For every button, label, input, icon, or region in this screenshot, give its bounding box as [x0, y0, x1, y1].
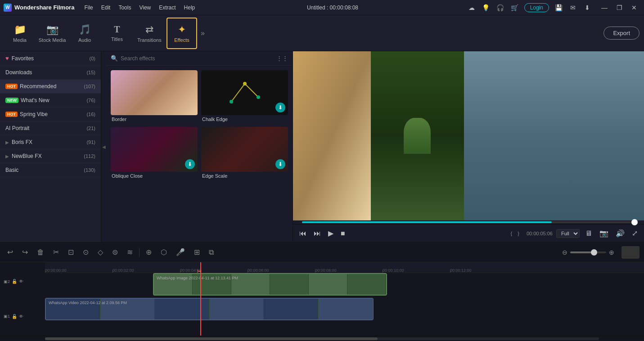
playhead[interactable]: ✂	[200, 262, 201, 336]
logo-icon: W	[4, 4, 12, 12]
screen-icon[interactable]: 🖥	[583, 229, 594, 238]
cloud-icon[interactable]: ☁	[467, 3, 477, 13]
camera-icon[interactable]: 📷	[598, 228, 610, 238]
download-icon[interactable]: ⬇	[582, 3, 592, 13]
minimize-button[interactable]: —	[598, 4, 611, 11]
toolbar-effects-label: Effects	[174, 37, 189, 43]
redo-button[interactable]: ↪	[19, 247, 31, 257]
shield-button[interactable]: ⬡	[158, 247, 170, 257]
download-chalk-icon[interactable]: ⬇	[275, 103, 285, 112]
panel-item-newblue-fx[interactable]: ▶ NewBlue FX (112)	[0, 149, 101, 163]
quality-select[interactable]: Full	[556, 229, 580, 238]
lock-icon-2[interactable]: 🔓	[12, 279, 17, 284]
panel-item-recommended[interactable]: HOT Recommended (107)	[0, 80, 101, 94]
effect-card-edge-scale[interactable]: ⬇ Edge Scale	[201, 127, 288, 180]
cart-icon[interactable]: 🛒	[510, 3, 520, 13]
effect-card-oblique[interactable]: ⬇ Oblique Close	[111, 127, 198, 180]
search-input[interactable]	[121, 55, 274, 62]
toolbar-transitions[interactable]: ⇄ Transitions	[134, 18, 165, 49]
panel-item-downloads[interactable]: Downloads (15)	[0, 66, 101, 80]
volume-icon[interactable]: 🔊	[614, 228, 626, 238]
ruler-tick-2: 00:00:02:00	[113, 268, 134, 273]
timeline-view-toggle[interactable]	[621, 246, 639, 259]
mail-icon[interactable]: ✉	[568, 3, 578, 13]
menu-view[interactable]: View	[135, 4, 154, 12]
toolbar-effects[interactable]: ✦ Effects	[167, 18, 197, 49]
preview-progress-bar[interactable]	[302, 221, 635, 223]
download-oblique-icon[interactable]: ⬇	[185, 159, 195, 169]
pip-button[interactable]: ⧉	[206, 247, 216, 257]
track-1-number: ▣1	[4, 314, 10, 319]
toolbar-stock-media[interactable]: 📷 Stock Media	[37, 18, 68, 49]
zoom-in-icon[interactable]: ⊕	[609, 249, 614, 256]
panel-collapse-btn[interactable]: ◀	[101, 51, 106, 242]
panel-item-whats-new[interactable]: NEW What's New (76)	[0, 94, 101, 108]
menu-edit[interactable]: Edit	[98, 4, 114, 12]
eye-icon-1[interactable]: 👁	[19, 314, 23, 319]
toolbar-audio-label: Audio	[78, 37, 91, 43]
close-button[interactable]: ✕	[628, 4, 640, 11]
menu-help[interactable]: Help	[180, 4, 199, 12]
snap-button[interactable]: ⊕	[143, 247, 154, 257]
image-track[interactable]: WhatsApp Image 2022-04-11 at 12.13.41 PM	[153, 273, 387, 296]
scroll-thumb[interactable]	[45, 337, 378, 340]
keyframe-button[interactable]: ◇	[95, 247, 106, 257]
step-back-button[interactable]: ⏭	[312, 229, 323, 238]
ruler-tick-0: 00:00:00:00	[45, 268, 67, 273]
cut-button[interactable]: ✂	[50, 247, 62, 257]
effect-card-border[interactable]: Border	[111, 70, 198, 123]
svg-line-0	[231, 84, 245, 102]
zoom-out-icon[interactable]: ⊖	[562, 249, 567, 256]
preview-right-scene	[464, 51, 644, 220]
undo-button[interactable]: ↩	[5, 247, 16, 257]
toolbar-more-arrow[interactable]: »	[199, 29, 207, 37]
crop-button[interactable]: ⊡	[65, 247, 77, 257]
panel-item-spring-vibe[interactable]: HOT Spring Vibe (16)	[0, 108, 101, 121]
layers-button[interactable]: ⊞	[191, 247, 203, 257]
effect-card-chalk-edge[interactable]: ⬇ Chalk Edge	[201, 70, 288, 123]
preview-display	[293, 51, 644, 220]
panel-item-basic[interactable]: Basic (130)	[0, 163, 101, 177]
toolbar-audio[interactable]: 🎵 Audio	[69, 18, 100, 49]
media-icon: 📁	[14, 24, 26, 36]
download-edge-icon[interactable]: ⬇	[275, 159, 285, 169]
headphone-icon[interactable]: 🎧	[495, 3, 505, 13]
fullscreen-icon[interactable]: ⤢	[630, 228, 639, 238]
newblue-fx-count: (112)	[84, 153, 95, 159]
zoom-track[interactable]	[570, 251, 606, 253]
rotate-button[interactable]: ⊙	[80, 247, 91, 257]
image-track-label: WhatsApp Image 2022-04-11 at 12.13.41 PM	[155, 275, 387, 281]
export-button[interactable]: Export	[603, 27, 639, 40]
collapse-arrow-icon: ◀	[102, 144, 106, 149]
panel-item-favorites[interactable]: ♥ Favorites (0)	[0, 51, 101, 66]
menu-extract[interactable]: Extract	[155, 4, 179, 12]
left-panel: ♥ Favorites (0) Downloads (15) HOT Recom…	[0, 51, 101, 242]
bulb-icon[interactable]: 💡	[481, 3, 491, 13]
toolbar-media[interactable]: 📁 Media	[5, 18, 35, 49]
svg-line-1	[245, 84, 258, 97]
bracket-right-icon: }	[518, 231, 519, 236]
stop-button[interactable]: ■	[339, 229, 347, 238]
mic-button[interactable]: 🎤	[173, 247, 188, 257]
lock-icon-1[interactable]: 🔓	[12, 314, 17, 319]
eye-icon-2[interactable]: 👁	[19, 279, 23, 284]
menu-file[interactable]: File	[81, 4, 96, 12]
preview-left-scene	[293, 51, 371, 220]
save-icon[interactable]: 💾	[554, 3, 563, 13]
audio-mix-button[interactable]: ⊜	[109, 247, 121, 257]
whats-new-label: What's New	[21, 97, 86, 103]
maximize-button[interactable]: ❐	[613, 4, 626, 11]
panel-item-boris-fx[interactable]: ▶ Boris FX (91)	[0, 135, 101, 149]
video-track[interactable]: WhatsApp Video 2022-04-12 at 2.09.56 PM	[45, 298, 374, 320]
waveform-button[interactable]: ≋	[124, 247, 135, 257]
skip-back-button[interactable]: ⏮	[297, 229, 308, 238]
play-button[interactable]: ▶	[326, 228, 335, 238]
grid-view-icon[interactable]: ⋮⋮	[276, 55, 288, 62]
toolbar-titles[interactable]: T Titles	[102, 18, 132, 49]
panel-item-ai-portrait[interactable]: AI Portrait (21)	[0, 121, 101, 135]
horizontal-scrollbar[interactable]	[0, 336, 644, 341]
scroll-track[interactable]	[45, 337, 599, 340]
delete-button[interactable]: 🗑	[34, 247, 47, 257]
login-button[interactable]: Login	[524, 3, 549, 12]
menu-tools[interactable]: Tools	[115, 4, 135, 12]
